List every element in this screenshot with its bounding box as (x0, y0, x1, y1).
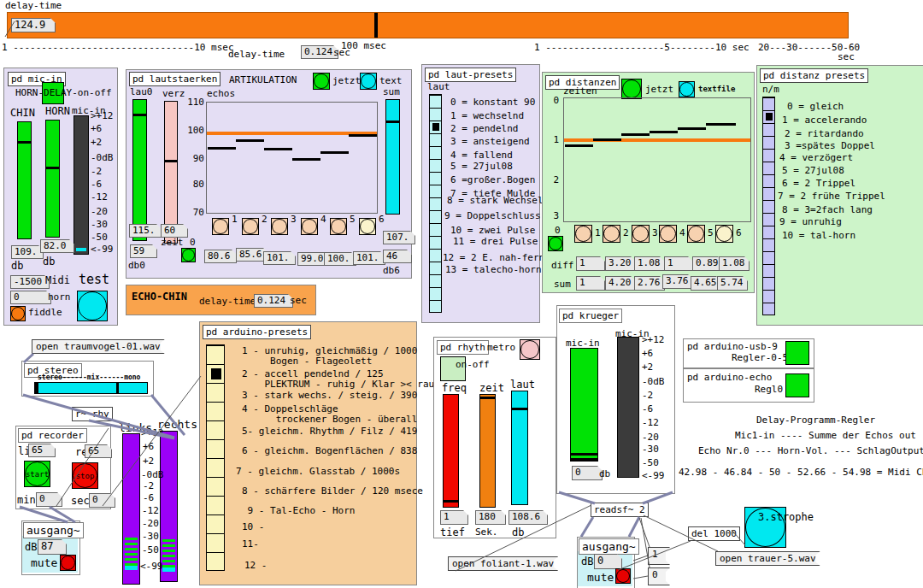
distanzen-zero-bang[interactable] (548, 236, 563, 251)
laut-presets-subpatch[interactable]: pd laut-presets (425, 68, 516, 82)
krueger-db-numberbox[interactable]: 0 (572, 466, 603, 480)
diff-4[interactable]: 1 (664, 256, 693, 271)
distanz-bang-5[interactable] (687, 225, 705, 243)
echo-db-6[interactable]: 101. (353, 251, 385, 265)
echos-segment-5[interactable] (320, 151, 349, 154)
record-stop-bang[interactable]: stop (72, 462, 98, 489)
zeit-numberbox[interactable]: 180 (475, 510, 506, 525)
open-trauer-message[interactable]: open trauer-5.wav (715, 551, 820, 566)
lau0-numberbox[interactable]: 115. (129, 224, 162, 238)
rhyth-subpatch[interactable]: pd rhyth (437, 340, 489, 355)
freq-numberbox[interactable]: 1 (440, 510, 468, 525)
readsf-object[interactable]: readsf~ 2 (591, 503, 649, 517)
laut-slider-indicator[interactable] (512, 408, 527, 410)
krueger-mic-slider[interactable] (570, 348, 598, 462)
open-traumvogel-message[interactable]: open traumvogel-01.wav (32, 339, 165, 354)
delay-time-slider[interactable] (7, 12, 849, 38)
message-one[interactable]: 1 (648, 547, 670, 565)
lautstaerken-subpatch[interactable]: pd lautstaerken (129, 72, 220, 86)
sum-1[interactable]: 1 (576, 276, 605, 291)
sum-3[interactable]: 2.76 (634, 276, 665, 291)
zeit-bang[interactable] (181, 248, 196, 262)
message-zero[interactable]: 0 (648, 567, 670, 585)
echos-segment-1[interactable] (208, 147, 236, 150)
verz-slider-indicator[interactable] (165, 160, 177, 162)
zeiten-segment-3[interactable] (621, 133, 650, 136)
sum-4[interactable]: 3.76 (662, 274, 693, 289)
recorder-li-numberbox[interactable]: 65 (28, 444, 56, 457)
echos-graph[interactable] (206, 102, 378, 214)
krueger-mic-slider-indicator[interactable] (571, 453, 597, 456)
diff-1[interactable]: 1 (576, 256, 605, 271)
text-bang[interactable] (360, 73, 377, 90)
textfile-bang[interactable] (679, 81, 695, 97)
zeiten-segment-2[interactable] (593, 138, 621, 141)
receive-rhy-object[interactable]: r~ rhy (72, 407, 113, 421)
lau0-slider-indicator[interactable] (133, 114, 146, 116)
zeiten-graph[interactable] (563, 97, 751, 222)
recorder-subpatch[interactable]: pd recorder (18, 428, 87, 443)
echos-segment-2[interactable] (236, 139, 264, 142)
recorder-re-numberbox[interactable]: 65 (85, 444, 112, 458)
sum-slider-indicator[interactable] (386, 121, 399, 123)
zeiten-segment-4[interactable] (650, 131, 678, 133)
chin-db-numberbox[interactable]: 109. (11, 245, 44, 259)
delay-time-slider-indicator[interactable] (374, 13, 378, 38)
echos-segment-6[interactable] (349, 134, 377, 137)
midi-numberbox[interactable]: -1500 (10, 275, 50, 289)
db0-numberbox[interactable]: 59 (130, 244, 157, 258)
zeiten-segment-1[interactable] (565, 144, 593, 147)
echos-segment-4[interactable] (292, 158, 320, 161)
sum-5[interactable]: 4.65 (691, 276, 721, 291)
echo-bang-6[interactable] (359, 218, 376, 235)
sum-6[interactable]: 5.74 (717, 276, 748, 291)
horn-slider[interactable] (45, 120, 60, 238)
delay-time-msec-numberbox[interactable]: 124.9 (11, 18, 56, 32)
diff-2[interactable]: 3.20 (605, 256, 636, 271)
ausgang2-mute-bang[interactable] (615, 568, 631, 584)
metro-bang[interactable] (520, 339, 540, 360)
chin-slider-indicator[interactable] (18, 141, 31, 144)
stereo-slider-indicator[interactable] (116, 383, 119, 393)
arduino-usb-toggle[interactable] (785, 341, 809, 365)
ausgang1-subpatch[interactable]: ausgang~ (23, 522, 84, 538)
ausgang2-db-numberbox[interactable]: 0 (594, 554, 622, 569)
distanz-bang-6[interactable] (715, 225, 733, 243)
echo-bang-3[interactable] (271, 218, 288, 235)
verz-slider[interactable] (164, 101, 178, 244)
echo-bang-4[interactable] (301, 218, 318, 235)
echo-bang-5[interactable] (330, 218, 347, 235)
laut-slider[interactable] (511, 391, 528, 505)
zeiten-segment-6[interactable] (706, 123, 736, 126)
diff-6[interactable]: 1.08 (719, 256, 750, 271)
arduino-presets-radio[interactable] (206, 344, 225, 571)
echo-db-3[interactable]: 101. (263, 251, 296, 265)
diff-5[interactable]: 0.89 (692, 256, 723, 271)
krueger-subpatch[interactable]: pd krueger (559, 309, 622, 323)
arduino-presets-subpatch[interactable]: pd arduino-presets (203, 325, 311, 339)
verz-numberbox[interactable]: 60 (161, 224, 188, 238)
del-object[interactable]: del 1000 (688, 526, 740, 541)
distanz-bang-1[interactable] (574, 225, 592, 243)
freq-slider[interactable] (443, 394, 459, 508)
record-start-bang[interactable]: start (24, 461, 50, 487)
echo-db-5[interactable]: 100. (324, 252, 356, 266)
sum-numberbox[interactable]: 107. (383, 231, 415, 244)
echo-bang-2[interactable] (242, 218, 259, 235)
recorder-min-numberbox[interactable]: 0 (36, 492, 62, 507)
jetzt-bang[interactable] (313, 73, 330, 90)
sum-2[interactable]: 4.20 (605, 276, 636, 291)
zeit-slider[interactable] (479, 394, 496, 508)
zeiten-segment-5[interactable] (678, 127, 706, 130)
horn-db-numberbox[interactable]: 82.0 (40, 239, 74, 253)
distanz-presets-radio[interactable] (762, 97, 775, 315)
ausgang1-mute-bang[interactable] (60, 555, 76, 571)
test-bang[interactable] (77, 291, 108, 321)
horn-numberbox[interactable]: 0 (10, 291, 51, 304)
distanz-presets-subpatch[interactable]: pd distanz presets (760, 68, 868, 83)
chin-slider[interactable] (17, 121, 32, 239)
laut-numberbox[interactable]: 108.6 (509, 510, 548, 525)
echos-segment-3[interactable] (264, 148, 292, 150)
sum-slider[interactable] (385, 99, 400, 215)
horn-slider-indicator[interactable] (46, 167, 59, 169)
